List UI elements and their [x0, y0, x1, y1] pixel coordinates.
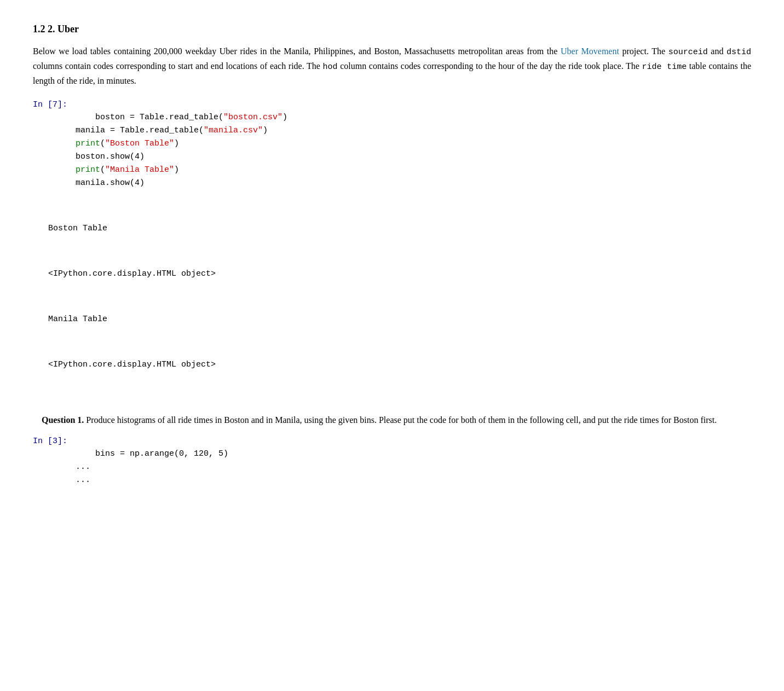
section-heading: 1.2 2. Uber [33, 22, 751, 37]
code-cell-3: In [3]: bins = np.arange(0, 120, 5) ... … [33, 434, 751, 500]
output-manila-label: Manila Table [33, 301, 751, 326]
uber-movement-link[interactable]: Uber Movement [561, 47, 619, 56]
code-content-3[interactable]: bins = np.arange(0, 120, 5) ... ... [76, 434, 228, 500]
question-1-label: Question 1. [42, 415, 84, 425]
code-cell-7: In [7]: boston = Table.read_table("bosto… [33, 98, 751, 203]
output-boston-html: <IPython.core.display.HTML object> [33, 256, 751, 281]
code-content-7[interactable]: boston = Table.read_table("boston.csv") … [76, 98, 287, 203]
question-1-block: Question 1. Produce histograms of all ri… [33, 413, 751, 427]
intro-paragraph: Below we load tables containing 200,000 … [33, 44, 751, 88]
code-prompt-7: In [7]: [33, 98, 71, 112]
code-prompt-3: In [3]: [33, 434, 71, 448]
question-1-text: Produce histograms of all ride times in … [84, 415, 717, 425]
output-boston-label: Boston Table [33, 211, 751, 235]
output-manila-html: <IPython.core.display.HTML object> [33, 347, 751, 371]
